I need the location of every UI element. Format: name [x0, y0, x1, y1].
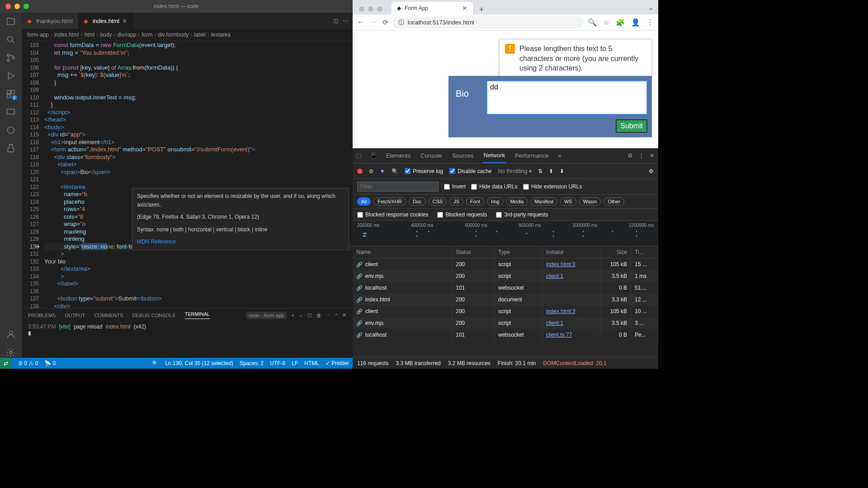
new-terminal-icon[interactable]: + — [291, 313, 294, 318]
search-icon[interactable]: 🔍 — [392, 168, 398, 174]
preserve-log-checkbox[interactable]: Preserve log — [405, 168, 443, 174]
browser-tab[interactable]: ◆ Form App ✕ — [392, 2, 473, 14]
blocked-cookies-checkbox[interactable]: Blocked response cookies — [357, 211, 428, 218]
indentation[interactable]: Spaces: 2 — [240, 360, 264, 366]
bookmark-icon[interactable]: ☆ — [603, 18, 609, 27]
table-row[interactable]: 🔗localhost101websocketclient.ts:770 BPe.… — [353, 329, 658, 341]
import-har-icon[interactable]: ⬆ — [549, 168, 553, 174]
close-panel-icon[interactable]: ✕ — [342, 312, 346, 318]
code-content[interactable]: const formData = new FormData(event.targ… — [44, 41, 353, 308]
code-editor[interactable]: 1031041051061071081091101111121131141151… — [22, 41, 353, 308]
window-controls[interactable] — [357, 6, 388, 14]
extensions-icon[interactable]: 3 — [5, 89, 16, 99]
type-filter-doc[interactable]: Doc — [409, 197, 426, 206]
type-filter-wasm[interactable]: Wasm — [579, 197, 601, 206]
type-filter-media[interactable]: Media — [506, 197, 528, 206]
disable-cache-checkbox[interactable]: Disable cache — [449, 168, 491, 174]
tab-index[interactable]: ◆ index.html ✕ — [78, 13, 134, 29]
maximize-window-icon[interactable] — [24, 4, 29, 9]
download-har-icon[interactable]: ⬇ — [560, 168, 564, 174]
eol[interactable]: LF — [292, 360, 298, 366]
type-filter-font[interactable]: Font — [466, 197, 484, 206]
table-row[interactable]: 🔗env.mjs200scriptclient:13.5 kB1 ms — [353, 270, 658, 282]
panel-tab-debug[interactable]: DEBUG CONSOLE — [132, 313, 176, 318]
table-row[interactable]: 🔗localhost101websocket0 B51.... — [353, 282, 658, 294]
type-filter-ws[interactable]: WS — [560, 197, 576, 206]
ports-count[interactable]: 📡 0 — [44, 360, 56, 366]
testing-icon[interactable] — [5, 143, 16, 154]
table-header[interactable]: Name Status Type Initiator Size Ti... — [353, 246, 658, 258]
maximize-panel-icon[interactable]: ^ — [335, 313, 338, 318]
copilot-icon[interactable] — [5, 125, 16, 136]
forward-icon[interactable]: → — [370, 18, 377, 27]
chevron-down-icon[interactable]: ⌄ — [299, 312, 303, 318]
more-tabs-icon[interactable]: » — [558, 152, 561, 159]
type-filter-manifest[interactable]: Manifest — [530, 197, 557, 206]
split-terminal-icon[interactable]: ◫ — [307, 312, 312, 318]
terminal-task[interactable]: node - form-app — [246, 312, 287, 319]
explorer-icon[interactable] — [5, 16, 16, 27]
language-mode[interactable]: HTML — [304, 360, 319, 366]
type-filter-js[interactable]: JS — [449, 197, 463, 206]
more-icon[interactable]: ⋯ — [343, 18, 348, 24]
search-icon[interactable] — [5, 34, 16, 45]
cursor-position[interactable]: Ln 130, Col 35 (12 selected) — [165, 360, 233, 366]
gear-icon[interactable]: ⚙ — [649, 168, 654, 174]
encoding[interactable]: UTF-8 — [270, 360, 285, 366]
chevron-down-icon[interactable]: ⌄ — [643, 0, 658, 14]
table-row[interactable]: 🔗client200scriptindex.html:3105 kB15 ... — [353, 258, 658, 270]
zoom-icon[interactable]: 🔍 — [588, 18, 597, 27]
prettier-status[interactable]: ✓ Prettier — [326, 360, 349, 366]
more-icon[interactable]: ⋮ — [638, 152, 644, 159]
waterfall-overview[interactable]: 200000 ms400000 ms600000 ms800000 ms1000… — [353, 221, 658, 246]
invert-checkbox[interactable]: Invert — [444, 183, 466, 190]
close-icon[interactable]: ✕ — [462, 5, 467, 12]
gear-icon[interactable]: ⚙ — [627, 152, 633, 159]
split-editor-icon[interactable]: ◫ — [333, 18, 338, 24]
account-icon[interactable] — [5, 329, 16, 340]
table-row[interactable]: 🔗index.html200document3.3 kB12 ... — [353, 294, 658, 305]
new-tab-button[interactable]: + — [476, 5, 487, 14]
filter-input[interactable] — [357, 182, 439, 192]
tab-performance[interactable]: Performance — [514, 149, 549, 163]
panel-tab-terminal[interactable]: TERMINAL — [185, 311, 210, 319]
type-filter-fetch/xhr[interactable]: Fetch/XHR — [373, 197, 406, 206]
table-row[interactable]: 🔗client200scriptindex.html:3105 kB10 ... — [353, 305, 658, 317]
close-window-icon[interactable] — [5, 4, 11, 9]
type-filter-css[interactable]: CSS — [429, 197, 447, 206]
tab-network[interactable]: Network — [483, 148, 506, 163]
source-control-icon[interactable] — [5, 52, 16, 63]
inspect-icon[interactable]: ⬚ — [356, 152, 362, 159]
tab-console[interactable]: Console — [420, 149, 443, 163]
throttling-select[interactable]: No throttling ▾ — [498, 168, 532, 174]
submit-button[interactable]: Submit — [616, 119, 647, 133]
minimize-window-icon[interactable] — [14, 4, 20, 9]
close-icon[interactable]: ✕ — [122, 18, 128, 24]
record-icon[interactable] — [357, 169, 363, 174]
hide-extension-urls-checkbox[interactable]: Hide extension URLs — [523, 183, 582, 190]
close-icon[interactable]: ✕ — [650, 152, 655, 159]
type-filter-img[interactable]: Img — [487, 197, 503, 206]
window-controls[interactable] — [0, 4, 29, 9]
more-icon[interactable]: ⋯ — [326, 312, 331, 318]
type-filter-other[interactable]: Other — [604, 197, 624, 206]
profile-icon[interactable]: 👤 — [631, 18, 640, 27]
blocked-requests-checkbox[interactable]: Blocked requests — [437, 211, 487, 218]
extensions-icon[interactable]: 🧩 — [616, 18, 625, 27]
device-icon[interactable]: 📱 — [370, 152, 377, 159]
remote-indicator[interactable]: ⇄ — [0, 358, 12, 369]
tab-elements[interactable]: Elements — [385, 149, 411, 163]
third-party-checkbox[interactable]: 3rd-party requests — [496, 211, 548, 218]
tab-sources[interactable]: Sources — [451, 149, 475, 163]
breadcrumb[interactable]: form-app› index.html› html› body› div#ap… — [22, 29, 353, 41]
reload-icon[interactable]: ⟳ — [382, 18, 388, 27]
back-icon[interactable]: ← — [357, 18, 364, 27]
trash-icon[interactable]: 🗑 — [316, 313, 321, 318]
address-bar[interactable]: ⓘ localhost:5173/index.html — [393, 16, 583, 29]
panel-tab-output[interactable]: OUTPUT — [65, 313, 85, 318]
bio-textarea[interactable]: dd — [486, 80, 647, 115]
settings-icon[interactable] — [5, 347, 16, 358]
panel-tab-problems[interactable]: PROBLEMS — [28, 313, 56, 318]
mdn-link[interactable]: MDN Reference — [137, 238, 344, 246]
filter-icon[interactable]: ▼ — [380, 168, 385, 174]
